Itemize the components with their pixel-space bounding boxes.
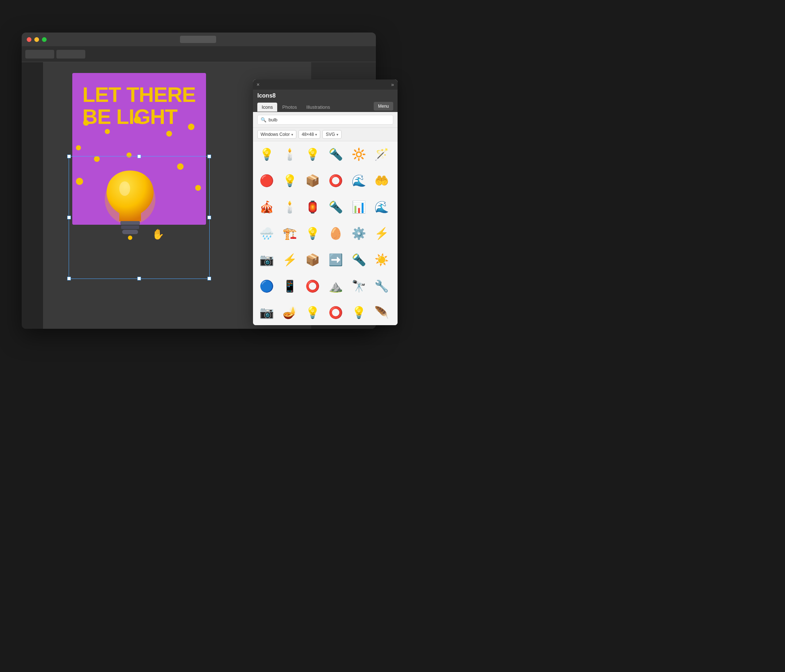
icon-cell[interactable]: 🔴 [257,171,276,190]
format-filter-chevron: ▾ [336,133,338,137]
card-text-line1: LET THERE [83,84,195,106]
search-box[interactable]: 🔍 bulb [257,115,393,125]
toolbar-item-2 [56,50,85,59]
icon-cell[interactable]: 🌊 [349,171,368,190]
icon-cell[interactable]: ⚡ [372,224,391,243]
icon-cell[interactable]: 🪔 [280,303,299,322]
icon-cell[interactable]: 💡 [303,224,322,243]
svg-rect-4 [122,230,138,234]
format-filter-value: SVG [326,132,335,137]
panel-search-area: 🔍 bulb [253,112,397,128]
icon-cell[interactable]: 🌊 [372,198,391,216]
deco-dot-6 [76,145,81,150]
icons-grid: 💡🕯️💡🔦🔆🪄🔴💡📦⭕🌊🤲🎪🕯️🏮🔦📊🌊🌧️🏗️💡🥚⚙️⚡📷⚡📦➡️🔦☀️🔵📱⭕… [253,141,397,325]
selection-handle-br[interactable] [208,277,211,280]
style-filter-value: Windows Color [261,132,290,137]
deco-dot-9 [177,163,184,170]
icon-cell[interactable]: 💡 [349,303,368,322]
icons8-panel: × » Icons8 Icons Photos Illustrations Me… [253,80,397,325]
titlebar-pill [180,36,216,43]
panel-titlebar: × » [253,80,397,90]
icon-cell[interactable]: 🪶 [372,303,391,322]
style-filter[interactable]: Windows Color ▾ [257,130,296,139]
app-titlebar [22,33,376,46]
icon-cell[interactable]: 🏮 [303,198,322,216]
svg-point-1 [119,181,130,196]
toolbar-item [25,50,54,59]
deco-dot-10 [76,178,83,185]
deco-dot-7 [94,156,100,162]
icon-cell[interactable]: 🕯️ [280,198,299,216]
icon-cell[interactable]: 🏗️ [280,224,299,243]
search-value: bulb [269,117,278,122]
cursor: ✋ [152,228,164,240]
selection-handle-bm[interactable] [138,277,141,280]
icon-cell[interactable]: 🌧️ [257,224,276,243]
selection-handle-ml[interactable] [67,216,71,219]
icon-cell[interactable]: 🤲 [372,171,391,190]
tab-illustrations[interactable]: Illustrations [302,103,335,112]
left-sidebar [22,62,43,329]
panel-title: Icons8 [257,92,393,99]
size-filter-chevron: ▾ [315,133,317,137]
icon-cell[interactable]: ⭕ [303,277,322,295]
icon-cell[interactable]: 🕯️ [280,145,299,164]
tab-photos[interactable]: Photos [278,103,301,112]
icon-cell[interactable]: ⚡ [280,250,299,269]
size-filter-value: 48×48 [302,132,314,137]
style-filter-chevron: ▾ [291,133,293,137]
icon-cell[interactable]: ⚙️ [349,224,368,243]
svg-rect-3 [121,225,139,229]
icon-cell[interactable]: 🔆 [349,145,368,164]
icon-cell[interactable]: 🔦 [349,250,368,269]
icon-cell[interactable]: 📊 [349,198,368,216]
format-filter[interactable]: SVG ▾ [322,130,341,139]
selection-handle-bl[interactable] [67,277,71,280]
selection-handle-tl[interactable] [67,155,71,158]
deco-dot-8 [127,152,131,158]
icon-cell[interactable]: 💡 [280,171,299,190]
icon-cell[interactable]: 💡 [303,145,322,164]
icon-cell[interactable]: 🔵 [257,277,276,295]
svg-rect-2 [120,221,140,225]
close-dot[interactable] [27,37,31,42]
icon-cell[interactable]: 🎪 [257,198,276,216]
icon-cell[interactable]: 🪄 [372,145,391,164]
icon-cell[interactable]: 🔧 [372,277,391,295]
icon-cell[interactable]: 📦 [303,250,322,269]
icon-cell[interactable]: 🔭 [349,277,368,295]
icon-cell[interactable]: 📷 [257,250,276,269]
lightbulb-element[interactable] [94,167,166,268]
panel-expand-button[interactable]: » [391,82,394,88]
panel-close-button[interactable]: × [256,82,260,88]
svg-point-5 [128,236,132,240]
deco-dot-5 [188,123,194,130]
minimize-dot[interactable] [34,37,39,42]
tab-icons[interactable]: Icons [257,103,277,112]
icon-cell[interactable]: 📦 [303,171,322,190]
icon-cell[interactable]: 🔦 [326,145,345,164]
icon-cell[interactable]: ⭕ [326,303,345,322]
panel-header: Icons8 Icons Photos Illustrations Menu [253,90,397,112]
icon-cell[interactable]: ➡️ [326,250,345,269]
deco-dot-4 [166,131,172,137]
icon-cell[interactable]: ⛰️ [326,277,345,295]
icon-cell[interactable]: 💡 [257,145,276,164]
deco-dot-11 [195,185,201,191]
size-filter[interactable]: 48×48 ▾ [299,130,321,139]
icon-cell[interactable]: 💡 [303,303,322,322]
toolbar [22,46,376,62]
card-text-line2: BE LIGHT [83,106,177,128]
selection-handle-tr[interactable] [208,155,211,158]
icon-cell[interactable]: ⭕ [326,171,345,190]
icon-cell[interactable]: 🥚 [326,224,345,243]
maximize-dot[interactable] [42,37,47,42]
deco-dot-1 [83,120,89,126]
menu-button[interactable]: Menu [374,102,393,111]
icon-cell[interactable]: 🔦 [326,198,345,216]
icon-cell[interactable]: 📷 [257,303,276,322]
icon-cell[interactable]: ☀️ [372,250,391,269]
deco-dot-2 [105,129,110,134]
icon-cell[interactable]: 📱 [280,277,299,295]
selection-handle-mr[interactable] [208,216,211,219]
